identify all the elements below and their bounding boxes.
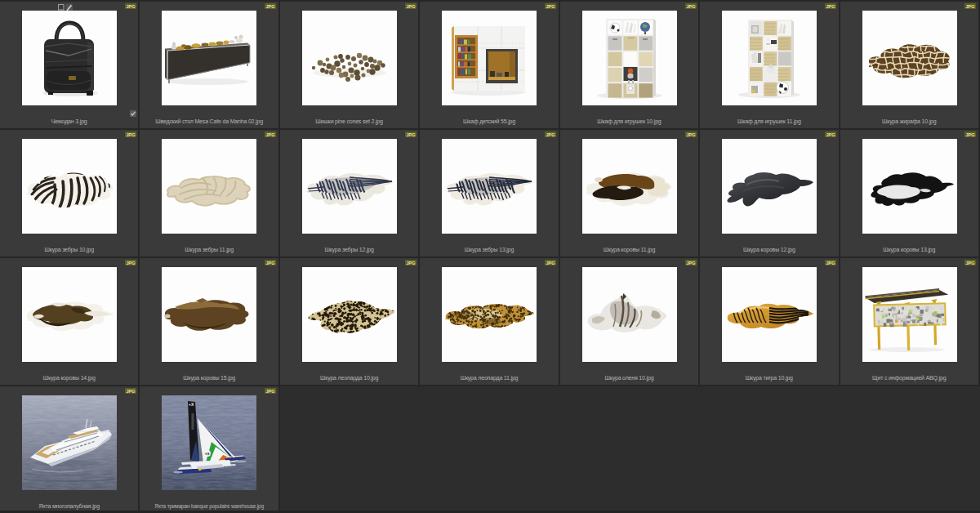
svg-text:JPG: JPG — [546, 132, 555, 136]
svg-text:JPG: JPG — [406, 260, 415, 265]
svg-text:JPG: JPG — [126, 3, 135, 8]
svg-text:JPG: JPG — [686, 132, 695, 136]
svg-text:JPG: JPG — [126, 132, 135, 136]
svg-text:JPG: JPG — [266, 260, 275, 265]
svg-text:JPG: JPG — [826, 3, 835, 8]
svg-text:JPG: JPG — [686, 260, 695, 265]
svg-text:+X: +X — [189, 402, 194, 407]
svg-text:JPG: JPG — [546, 260, 555, 265]
svg-text:+x: +x — [205, 451, 210, 456]
svg-text:JPG: JPG — [126, 388, 135, 393]
svg-text:JPG: JPG — [406, 132, 415, 136]
svg-text:JPG: JPG — [966, 3, 975, 8]
svg-text:JPG: JPG — [826, 260, 835, 265]
svg-text:JPG: JPG — [126, 260, 135, 265]
svg-text:JPG: JPG — [826, 132, 835, 136]
svg-text:JPG: JPG — [686, 3, 695, 8]
svg-text:JPG: JPG — [266, 132, 275, 136]
svg-text:JPG: JPG — [546, 3, 555, 8]
svg-text:JPG: JPG — [406, 3, 415, 8]
svg-text:JPG: JPG — [266, 3, 275, 8]
svg-text:JPG: JPG — [266, 388, 275, 393]
svg-text:JPG: JPG — [966, 260, 975, 265]
svg-text:JPG: JPG — [966, 132, 975, 136]
